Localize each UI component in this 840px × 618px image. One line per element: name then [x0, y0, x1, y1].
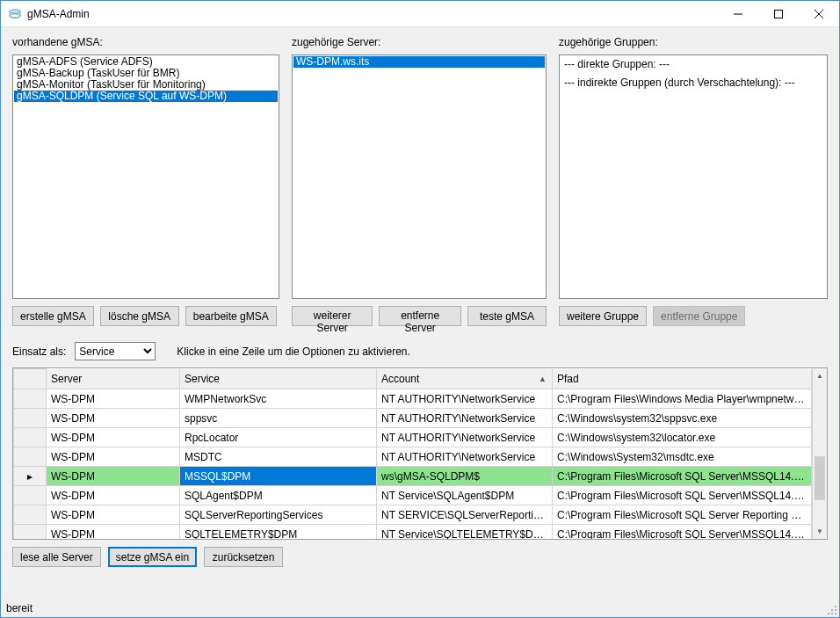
- cell-account[interactable]: NT AUTHORITY\NetworkService: [377, 389, 553, 409]
- cell-pfad[interactable]: C:\Windows\System32\msdtc.exe: [553, 447, 812, 467]
- svg-point-7: [831, 609, 833, 611]
- table-row[interactable]: ▸WS-DPMMSSQL$DPMws\gMSA-SQLDPM$C:\Progra…: [14, 467, 812, 486]
- gmsa-listbox[interactable]: gMSA-ADFS (Service ADFS)gMSA-Backup (Tas…: [12, 55, 279, 299]
- groups-buttons: weitere Gruppe entferne Gruppe: [559, 306, 828, 326]
- close-button[interactable]: [799, 1, 839, 27]
- server-column: zugehörige Server: WS-DPM.ws.its weitere…: [292, 36, 547, 333]
- grid-corner[interactable]: [14, 369, 47, 389]
- svg-point-1: [10, 13, 20, 17]
- delete-gmsa-button[interactable]: lösche gMSA: [100, 306, 179, 326]
- cell-service[interactable]: SQLAgent$DPM: [180, 486, 377, 505]
- status-text: bereit: [6, 602, 33, 614]
- cell-account[interactable]: NT AUTHORITY\NetworkService: [377, 428, 553, 447]
- row-header[interactable]: [14, 409, 47, 428]
- cell-account[interactable]: NT Service\SQLAgent$DPM: [377, 486, 553, 505]
- groups-column: zugehörige Gruppen: --- direkte Gruppen:…: [559, 36, 828, 333]
- row-header[interactable]: [14, 389, 47, 409]
- cell-account[interactable]: NT AUTHORITY\NetworkService: [377, 447, 553, 467]
- server-item[interactable]: WS-DPM.ws.its: [293, 56, 545, 68]
- test-gmsa-button[interactable]: teste gMSA: [467, 306, 547, 326]
- cell-pfad[interactable]: C:\Program Files\Microsoft SQL Server Re…: [553, 505, 812, 525]
- direct-groups-header: --- direkte Gruppen: ---: [564, 58, 822, 71]
- cell-server[interactable]: WS-DPM: [47, 389, 180, 409]
- scroll-thumb[interactable]: [815, 456, 825, 500]
- row-header[interactable]: [14, 447, 47, 467]
- grid-scrollbar[interactable]: ▲ ▼: [812, 368, 827, 539]
- server-list-label: zugehörige Server:: [292, 36, 547, 50]
- cell-account[interactable]: NT Service\SQLTELEMETRY$DPM: [377, 525, 553, 540]
- edit-gmsa-button[interactable]: bearbeite gMSA: [185, 306, 277, 326]
- row-header[interactable]: [14, 486, 47, 505]
- cell-account[interactable]: NT SERVICE\SQLServerReportingSer...: [377, 505, 553, 525]
- reset-button[interactable]: zurücksetzen: [204, 547, 283, 567]
- table-row[interactable]: WS-DPMMSDTCNT AUTHORITY\NetworkServiceC:…: [14, 447, 812, 467]
- cell-server[interactable]: WS-DPM: [47, 447, 180, 467]
- cell-server[interactable]: WS-DPM: [47, 486, 180, 505]
- window-title: gMSA-Admin: [27, 8, 718, 20]
- scroll-up-icon[interactable]: ▲: [813, 368, 827, 383]
- server-listbox[interactable]: WS-DPM.ws.its: [292, 55, 547, 299]
- row-header[interactable]: [14, 505, 47, 525]
- scroll-down-icon[interactable]: ▼: [813, 524, 827, 539]
- remove-server-button[interactable]: entferne Server: [379, 306, 461, 326]
- svg-point-11: [835, 613, 836, 614]
- col-account[interactable]: Account▲: [377, 369, 553, 389]
- col-service[interactable]: Service: [180, 369, 377, 389]
- cell-server[interactable]: WS-DPM: [47, 409, 180, 428]
- cell-service[interactable]: sppsvc: [180, 409, 377, 428]
- svg-rect-3: [775, 10, 783, 18]
- cell-account[interactable]: NT AUTHORITY\NetworkService: [377, 409, 553, 428]
- cell-pfad[interactable]: C:\Program Files\Microsoft SQL Server\MS…: [553, 467, 812, 486]
- table-row[interactable]: WS-DPMRpcLocatorNT AUTHORITY\NetworkServ…: [14, 428, 812, 447]
- create-gmsa-button[interactable]: erstelle gMSA: [12, 306, 94, 326]
- cell-pfad[interactable]: C:\Windows\system32\sppsvc.exe: [553, 409, 812, 428]
- cell-pfad[interactable]: C:\Program Files\Microsoft SQL Server\MS…: [553, 525, 812, 540]
- table-row[interactable]: WS-DPMSQLTELEMETRY$DPMNT Service\SQLTELE…: [14, 525, 812, 540]
- cell-service[interactable]: WMPNetworkSvc: [180, 389, 377, 409]
- svg-point-0: [10, 9, 20, 12]
- table-row[interactable]: WS-DPMSQLAgent$DPMNT Service\SQLAgent$DP…: [14, 486, 812, 505]
- col-server[interactable]: Server: [47, 369, 180, 389]
- add-server-button[interactable]: weiterer Server: [292, 306, 373, 326]
- set-gmsa-button[interactable]: setze gMSA ein: [108, 547, 197, 567]
- col-pfad[interactable]: Pfad: [553, 369, 812, 389]
- cell-service[interactable]: SQLTELEMETRY$DPM: [180, 525, 377, 540]
- gmsa-item[interactable]: gMSA-SQLDPM (Service SQL auf WS-DPM): [14, 91, 278, 102]
- resize-grip-icon[interactable]: [827, 605, 837, 615]
- cell-pfad[interactable]: C:\Windows\system32\locator.exe: [553, 428, 812, 447]
- cell-server[interactable]: WS-DPM: [47, 505, 180, 525]
- cell-pfad[interactable]: C:\Program Files\Microsoft SQL Server\MS…: [553, 486, 812, 505]
- usage-combo[interactable]: Service: [75, 342, 156, 360]
- cell-server[interactable]: WS-DPM: [47, 428, 180, 447]
- row-header[interactable]: ▸: [14, 467, 47, 486]
- cell-service[interactable]: SQLServerReportingServices: [180, 505, 377, 525]
- cell-service[interactable]: MSDTC: [180, 447, 377, 467]
- read-all-servers-button[interactable]: lese alle Server: [12, 547, 101, 567]
- indirect-groups-header: --- indirekte Gruppen (durch Verschachte…: [564, 76, 822, 90]
- add-group-button[interactable]: weitere Gruppe: [559, 306, 647, 326]
- table-row[interactable]: WS-DPMSQLServerReportingServicesNT SERVI…: [14, 505, 812, 525]
- content-area: vorhandene gMSA: gMSA-ADFS (Service ADFS…: [1, 27, 839, 600]
- top-panels: vorhandene gMSA: gMSA-ADFS (Service ADFS…: [12, 36, 828, 333]
- cell-pfad[interactable]: C:\Program Files\Windows Media Player\wm…: [553, 389, 812, 409]
- cell-account[interactable]: ws\gMSA-SQLDPM$: [377, 467, 553, 486]
- sort-asc-icon: ▲: [539, 374, 547, 383]
- cell-service[interactable]: MSSQL$DPM: [180, 467, 377, 486]
- svg-point-10: [831, 613, 833, 614]
- table-row[interactable]: WS-DPMWMPNetworkSvcNT AUTHORITY\NetworkS…: [14, 389, 812, 409]
- row-header[interactable]: [14, 525, 47, 540]
- row-header[interactable]: [14, 428, 47, 447]
- remove-group-button: entferne Gruppe: [653, 306, 745, 326]
- cell-server[interactable]: WS-DPM: [47, 467, 180, 486]
- minimize-button[interactable]: [718, 1, 758, 27]
- table-row[interactable]: WS-DPMsppsvcNT AUTHORITY\NetworkServiceC…: [14, 409, 812, 428]
- maximize-button[interactable]: [758, 1, 799, 27]
- bottom-buttons: lese alle Server setze gMSA ein zurückse…: [12, 547, 828, 567]
- gmsa-list-label: vorhandene gMSA:: [12, 36, 279, 50]
- groups-textbox[interactable]: --- direkte Gruppen: --- --- indirekte G…: [559, 55, 828, 299]
- services-grid[interactable]: Server Service Account▲ Pfad WS-DPMWMPNe…: [12, 367, 828, 540]
- cell-service[interactable]: RpcLocator: [180, 428, 377, 447]
- gmsa-column: vorhandene gMSA: gMSA-ADFS (Service ADFS…: [12, 36, 279, 333]
- titlebar: gMSA-Admin: [1, 1, 839, 27]
- cell-server[interactable]: WS-DPM: [47, 525, 180, 540]
